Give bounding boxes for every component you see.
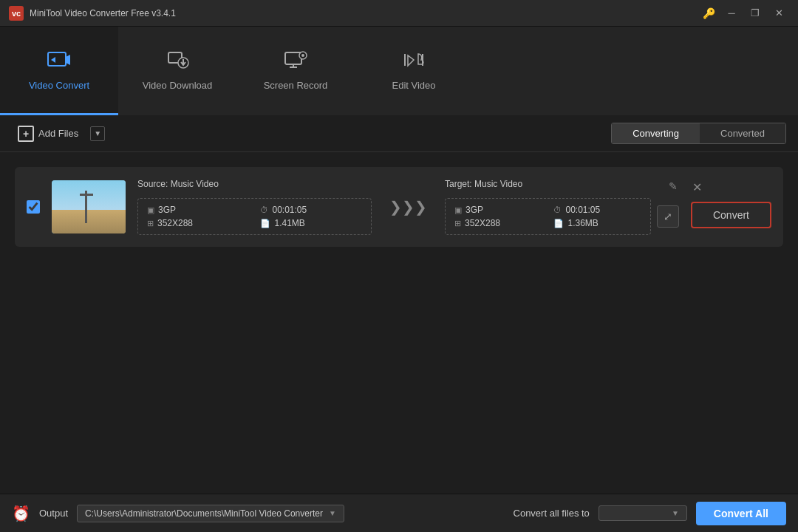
- output-path-dropdown-icon: ▼: [329, 509, 336, 517]
- tab-video-download[interactable]: Video Download: [118, 27, 236, 115]
- tab-screen-record[interactable]: Screen Record: [236, 27, 355, 115]
- thumbnail-cross: [80, 194, 93, 196]
- target-resolution-icon: ⊞: [454, 219, 461, 228]
- tab-video-convert[interactable]: Video Convert: [0, 27, 118, 115]
- bottom-bar: ⏰ Output C:\Users\Administrator\Document…: [0, 494, 798, 532]
- screen-record-icon: [284, 50, 307, 74]
- target-format-icon: ▣: [454, 205, 462, 215]
- source-duration-item: ⏱ 00:01:05: [260, 205, 362, 215]
- target-format-item: ▣ 3GP: [454, 205, 542, 215]
- add-files-icon: +: [18, 126, 34, 142]
- tab-screen-record-label: Screen Record: [264, 80, 328, 91]
- target-header: Target: Music Video: [445, 179, 522, 189]
- card-right: ✕ Convert: [691, 179, 771, 228]
- target-section: Target: Music Video ✎ ▣ 3GP ⏱ 0: [445, 179, 679, 235]
- tab-video-download-label: Video Download: [143, 80, 212, 91]
- svg-point-9: [301, 54, 304, 57]
- output-path-text: C:\Users\Administrator\Documents\MiniToo…: [85, 508, 323, 519]
- target-resolution-item: ⊞ 352X288: [454, 218, 542, 228]
- thumbnail-ground: [52, 210, 126, 233]
- edit-target-button[interactable]: ✎: [667, 179, 679, 194]
- duration-icon: ⏱: [260, 205, 268, 214]
- source-size: 1.41MB: [274, 218, 304, 228]
- source-format-item: ▣ 3GP: [147, 205, 248, 215]
- output-label: Output: [39, 508, 68, 519]
- source-duration: 00:01:05: [272, 205, 307, 215]
- window-controls: ─ ❐ ✕: [721, 6, 789, 21]
- size-icon: 📄: [260, 219, 270, 228]
- target-header-row: Target: Music Video ✎: [445, 179, 679, 194]
- target-duration-icon: ⏱: [553, 205, 562, 214]
- edit-video-icon: [402, 50, 426, 74]
- tab-edit-video[interactable]: Edit Video: [355, 27, 473, 115]
- source-format: 3GP: [158, 205, 176, 215]
- main-content: Source: Music Video ▣ 3GP ⏱ 00:01:05 ⊞: [0, 152, 798, 262]
- resize-icon-button[interactable]: ⤢: [657, 205, 679, 228]
- target-details: ▣ 3GP ⏱ 00:01:05 ⊞ 352X288: [445, 198, 651, 235]
- arrows-icon: ❯❯❯: [389, 198, 427, 216]
- target-format: 3GP: [466, 205, 483, 215]
- output-path-selector[interactable]: C:\Users\Administrator\Documents\MiniToo…: [77, 505, 344, 522]
- target-size-item: 📄 1.36MB: [553, 218, 641, 228]
- source-size-item: 📄 1.41MB: [260, 218, 362, 228]
- app-logo: vc: [9, 6, 24, 21]
- converting-tabs: Converting Converted: [611, 123, 786, 144]
- minimize-button[interactable]: ─: [721, 6, 742, 21]
- target-duration-item: ⏱ 00:01:05: [553, 205, 641, 215]
- source-resolution: 352X288: [157, 218, 193, 228]
- convert-all-button[interactable]: Convert All: [696, 502, 786, 525]
- output-clock-icon: ⏰: [12, 505, 30, 522]
- convert-all-format-selector[interactable]: ▼: [598, 505, 687, 521]
- converted-tab[interactable]: Converted: [700, 123, 785, 143]
- file-thumbnail: [52, 180, 126, 233]
- video-download-icon: [166, 50, 189, 74]
- add-files-dropdown[interactable]: ▼: [90, 126, 105, 141]
- format-icon: ▣: [147, 205, 154, 215]
- source-header: Source: Music Video: [137, 179, 372, 189]
- target-size-icon: 📄: [553, 219, 564, 228]
- file-checkbox[interactable]: [27, 200, 40, 214]
- content-area: Source: Music Video ▣ 3GP ⏱ 00:01:05 ⊞: [0, 152, 798, 494]
- convert-button[interactable]: Convert: [691, 202, 771, 228]
- add-files-button[interactable]: + Add Files: [12, 123, 84, 145]
- close-button[interactable]: ✕: [768, 6, 789, 21]
- nav-tabs: Video Convert Video Download: [0, 27, 798, 115]
- tab-edit-video-label: Edit Video: [392, 80, 435, 91]
- close-card-button[interactable]: ✕: [691, 179, 703, 196]
- add-files-label: Add Files: [38, 128, 78, 139]
- target-resolution: 352X288: [465, 218, 500, 228]
- target-size: 1.36MB: [567, 218, 598, 228]
- source-details: ▣ 3GP ⏱ 00:01:05 ⊞ 352X288 📄: [137, 198, 372, 235]
- tab-video-convert-label: Video Convert: [29, 80, 89, 91]
- titlebar: vc MiniTool Video Converter Free v3.4.1 …: [0, 0, 798, 27]
- resolution-icon: ⊞: [147, 219, 154, 228]
- convert-all-format-dropdown-icon: ▼: [672, 509, 679, 517]
- target-details-row: ▣ 3GP ⏱ 00:01:05 ⊞ 352X288: [445, 198, 679, 235]
- app-layout: vc MiniTool Video Converter Free v3.4.1 …: [0, 0, 798, 532]
- converting-tab[interactable]: Converting: [612, 123, 700, 143]
- svg-rect-0: [48, 52, 66, 66]
- video-convert-icon: [47, 50, 71, 74]
- arrows-container: ❯❯❯: [383, 198, 433, 216]
- file-card: Source: Music Video ▣ 3GP ⏱ 00:01:05 ⊞: [15, 167, 783, 247]
- convert-all-files-label: Convert all files to: [514, 508, 590, 519]
- key-icon[interactable]: 🔑: [703, 7, 715, 19]
- target-duration: 00:01:05: [565, 205, 600, 215]
- restore-button[interactable]: ❐: [745, 6, 765, 21]
- source-resolution-item: ⊞ 352X288: [147, 218, 248, 228]
- app-title: MiniTool Video Converter Free v3.4.1: [30, 8, 703, 18]
- toolbar: + Add Files ▼ Converting Converted: [0, 115, 798, 152]
- source-section: Source: Music Video ▣ 3GP ⏱ 00:01:05 ⊞: [137, 179, 372, 235]
